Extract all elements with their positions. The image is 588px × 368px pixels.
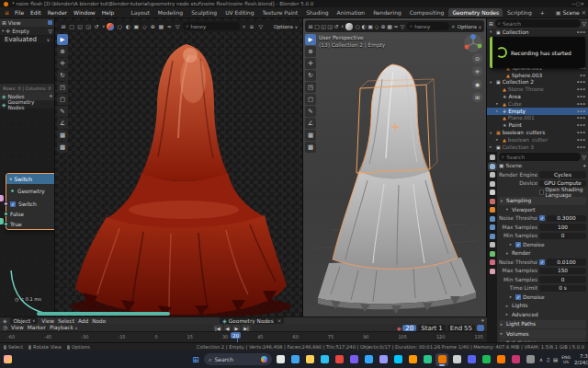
visibility-icons[interactable]: ▪▪▪: [577, 30, 586, 34]
timeline[interactable]: ◷ ViewMarker Playback ∨ |◀◀▶▶| ● 20 Star…: [0, 324, 487, 342]
outliner-row[interactable]: ▸ ✛ Empty ▪▪▪: [487, 108, 588, 115]
overlay-toggle-icon[interactable]: ◇: [141, 22, 148, 30]
viewport-tool-button[interactable]: ✛: [305, 58, 316, 69]
visibility-icons[interactable]: ▪▪▪: [577, 80, 586, 84]
workspace-tab[interactable]: UV Editing: [221, 8, 257, 17]
overlay-toggle-icon[interactable]: ▣: [368, 22, 373, 30]
current-frame-field[interactable]: 20: [402, 325, 416, 331]
viewport-tool-button[interactable]: ◳: [57, 82, 68, 93]
workspace-tab[interactable]: Modeling: [154, 8, 187, 17]
menu-item[interactable]: Window: [73, 9, 96, 16]
app-icon[interactable]: [377, 353, 390, 366]
visibility-icons[interactable]: ▪▪▪: [577, 102, 586, 106]
workspace-tab[interactable]: +: [537, 8, 548, 17]
keying-icon[interactable]: [477, 325, 484, 331]
visibility-icons[interactable]: ▪▪▪: [577, 109, 586, 113]
geometry-node-editor[interactable]: ◈Nodes⌖ ◈Geometry Nodes ∨Switch Geometry…: [0, 92, 55, 316]
viewport-tool-button[interactable]: ↻: [305, 70, 316, 81]
menu-item[interactable]: Edit: [29, 9, 42, 16]
timeline-menu[interactable]: View: [11, 325, 24, 330]
timeline-menu[interactable]: Marker: [28, 325, 46, 330]
workspace-tab[interactable]: Compositing: [406, 8, 448, 17]
outliner-row[interactable]: ▸ ▲ Cube ▪▪▪: [487, 100, 588, 108]
properties-tab-icon[interactable]: [490, 251, 495, 257]
max-samples-field[interactable]: 100: [539, 224, 586, 231]
workspace-tab[interactable]: Geometry Nodes: [448, 8, 503, 17]
spreadsheet-editor-icon[interactable]: ⊞: [2, 20, 6, 26]
viewport-nav-button[interactable]: ⊞: [472, 92, 482, 102]
app-icon[interactable]: [318, 353, 331, 366]
expand-icon[interactable]: ▾: [490, 80, 494, 85]
max-samples-field[interactable]: 150: [539, 268, 586, 275]
app-icon[interactable]: [303, 353, 316, 366]
viewport-mode-icon[interactable]: ↺: [334, 22, 339, 30]
menu-item[interactable]: Render: [47, 9, 68, 16]
denoise-checkbox[interactable]: ✓: [515, 294, 521, 300]
properties-tab-icon[interactable]: [490, 224, 495, 230]
autokey-icon[interactable]: ●: [397, 326, 401, 331]
viewport-mode-icon[interactable]: ◲: [85, 22, 92, 30]
expand-icon[interactable]: ▸: [496, 137, 501, 142]
filter-icon[interactable]: ▽: [49, 29, 52, 34]
viewport-tool-button[interactable]: ✎: [305, 106, 316, 117]
chevron-down-icon[interactable]: ∨: [341, 24, 344, 29]
expand-icon[interactable]: ▾: [490, 131, 494, 135]
outliner-search-input[interactable]: ⌕Search: [495, 19, 581, 28]
app-icon[interactable]: [465, 353, 478, 366]
transport-button[interactable]: ▶|: [242, 325, 251, 331]
playback-menu[interactable]: Playback ∨: [50, 325, 78, 330]
properties-tab-icon[interactable]: [490, 172, 495, 178]
viewport-mode-icon[interactable]: ⊞: [60, 22, 67, 30]
visibility-icons[interactable]: ▪▪▪: [577, 145, 586, 149]
overlay-toggle-icon[interactable]: ▦: [157, 22, 164, 30]
denoise-checkbox[interactable]: ✓: [515, 242, 521, 247]
outliner-row[interactable]: ▲ Stone Throne ▪▪▪: [487, 86, 588, 93]
shading-m-icon[interactable]: [107, 23, 114, 30]
clear-search-icon[interactable]: ✕: [242, 24, 246, 29]
menu-item[interactable]: Help: [101, 9, 116, 16]
workspace-tab[interactable]: Layout: [127, 8, 153, 17]
boolean-socket[interactable]: [0, 195, 4, 201]
properties-tab-icon[interactable]: [490, 190, 495, 195]
workspace-tab[interactable]: Texture Paint: [258, 8, 301, 17]
outliner-row[interactable]: ▸ ▲ boolean_cutter ▪▪▪: [487, 136, 588, 144]
viewport-tool-button[interactable]: ▢: [305, 94, 316, 105]
filter-icon[interactable]: ▽: [257, 22, 265, 30]
properties-tab-icon[interactable]: [490, 259, 495, 265]
switch-node[interactable]: ∨Switch Geometry ✓Switch False True: [6, 173, 55, 230]
scene-selector[interactable]: ▣Scene✕: [553, 8, 588, 17]
filter-icon[interactable]: ▽: [582, 21, 586, 27]
outliner-row[interactable]: ▲ Sphere.003 ▪▪: [487, 72, 588, 79]
visibility-icons[interactable]: ▪▪▪: [577, 116, 586, 120]
noise-threshold-checkbox[interactable]: ✓: [539, 215, 545, 221]
viewport-mode-icon[interactable]: ◱: [76, 22, 84, 30]
viewport-tool-button[interactable]: ◳: [305, 82, 316, 93]
node-editor-menu[interactable]: Select: [58, 318, 74, 324]
shading-solid-icon[interactable]: [345, 23, 353, 30]
node-group-name[interactable]: Geometry Nodes: [7, 99, 52, 110]
properties-tab-icon[interactable]: [490, 155, 495, 160]
viewport-mode-icon[interactable]: ◲: [327, 22, 333, 30]
subsection-lights[interactable]: Lights: [512, 303, 528, 308]
overlay-toggle-icon[interactable]: ◐: [361, 22, 367, 30]
language-switcher[interactable]: ENGUS: [561, 355, 571, 364]
options-dropdown[interactable]: Options ∨: [274, 24, 298, 29]
blender-menu-icon[interactable]: ≡: [5, 9, 9, 16]
outliner-row[interactable]: ▸ ▣ Collection 3 ▪▪▪: [487, 144, 588, 151]
subsection-render[interactable]: Render: [512, 250, 531, 256]
node-tree-datablock[interactable]: ◈Geometry Nodes✕: [220, 317, 284, 324]
min-samples-field[interactable]: 0: [539, 233, 586, 240]
viewport-tool-button[interactable]: ✛: [57, 58, 68, 69]
workspace-tab[interactable]: Rendering: [369, 8, 405, 17]
app-icon[interactable]: [509, 353, 522, 366]
viewport-tool-button[interactable]: ⊕: [305, 46, 316, 57]
playhead-badge[interactable]: 20: [231, 332, 241, 339]
menu-icon[interactable]: ≡: [248, 22, 255, 30]
collapsed-section[interactable]: ▸Light Paths: [499, 320, 586, 329]
app-icon[interactable]: [333, 353, 345, 366]
app-icon[interactable]: [362, 353, 375, 366]
overlay-toggle-icon[interactable]: ≈: [393, 22, 399, 30]
app-icon[interactable]: [435, 353, 448, 366]
noise-threshold-checkbox[interactable]: ✓: [539, 259, 545, 265]
properties-tab-icon[interactable]: [490, 269, 495, 274]
